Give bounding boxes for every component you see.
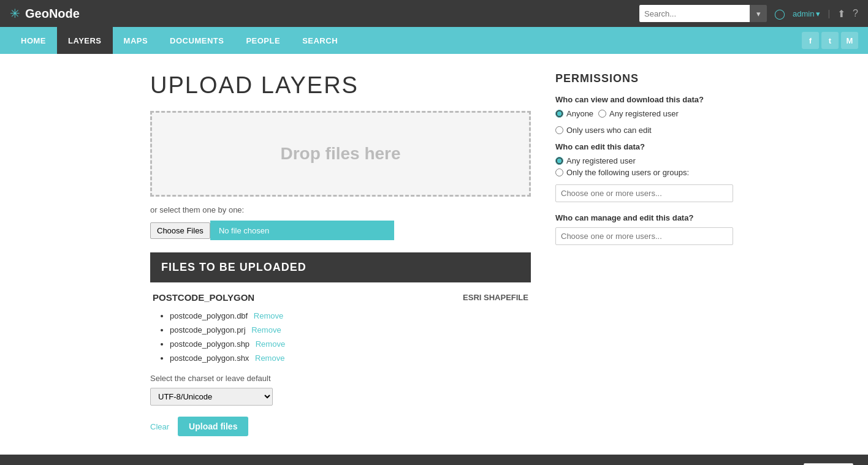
upload-icon[interactable]: ⬆ bbox=[837, 8, 845, 20]
clear-button[interactable]: Clear bbox=[150, 422, 169, 431]
logo-snowflake-icon: ✳ bbox=[10, 6, 20, 21]
left-panel: UPLOAD LAYERS Drop files here or select … bbox=[150, 72, 531, 436]
view-radio-edit[interactable] bbox=[555, 126, 563, 134]
view-radio-registered[interactable] bbox=[598, 110, 606, 118]
nav-social: f t M bbox=[802, 27, 858, 54]
file-input-container: Choose Files No file chosen bbox=[150, 221, 531, 240]
nav-item-people[interactable]: PEOPLE bbox=[235, 27, 291, 54]
help-icon[interactable]: ? bbox=[853, 8, 858, 19]
list-item: postcode_polygon.shx Remove bbox=[170, 353, 531, 363]
nav-item-maps[interactable]: MAPS bbox=[113, 27, 159, 54]
view-option-anyone[interactable]: Anyone bbox=[555, 109, 593, 118]
edit-users-input[interactable] bbox=[555, 184, 733, 202]
upload-button[interactable]: Upload files bbox=[178, 417, 248, 436]
list-item: postcode_polygon.shp Remove bbox=[170, 339, 531, 349]
choose-files-button[interactable]: Choose Files bbox=[150, 222, 210, 239]
file-name-4: postcode_polygon.shx bbox=[170, 353, 249, 363]
edit-option-groups[interactable]: Only the following users or groups: bbox=[555, 168, 733, 177]
nav-links: HOME LAYERS MAPS DOCUMENTS PEOPLE SEARCH bbox=[10, 27, 349, 54]
list-item: postcode_polygon.dbf Remove bbox=[170, 311, 531, 320]
topbar-left: ✳ GeoNode bbox=[10, 6, 80, 21]
search-button[interactable]: ▾ bbox=[750, 5, 767, 22]
view-options-col: Only users who can edit bbox=[555, 126, 733, 135]
remove-file-4[interactable]: Remove bbox=[255, 353, 284, 363]
action-buttons: Clear Upload files bbox=[150, 417, 531, 436]
edit-question: Who can edit this data? bbox=[555, 142, 733, 151]
social-facebook-icon[interactable]: f bbox=[802, 32, 819, 49]
nav-item-home[interactable]: HOME bbox=[10, 27, 57, 54]
list-item: postcode_polygon.prj Remove bbox=[170, 325, 531, 335]
select-line: or select them one by one: bbox=[150, 205, 531, 214]
manage-users-input[interactable] bbox=[555, 227, 733, 245]
search-bar: ▾ bbox=[639, 5, 767, 22]
file-name-2: postcode_polygon.prj bbox=[170, 325, 246, 335]
layer-type: ESRI SHAPEFILE bbox=[463, 293, 528, 302]
edit-radio-registered[interactable] bbox=[555, 157, 563, 165]
file-name-display: No file chosen bbox=[210, 221, 394, 240]
nav-item-documents[interactable]: DOCUMENTS bbox=[159, 27, 235, 54]
manage-question: Who can manage and edit this data? bbox=[555, 213, 733, 222]
edit-option-registered[interactable]: Any registered user bbox=[555, 156, 733, 165]
permissions-title: PERMISSIONS bbox=[555, 72, 733, 85]
footer: Powered by GeoNode version 2.0.dev201309… bbox=[0, 455, 868, 465]
view-option-edit[interactable]: Only users who can edit bbox=[555, 126, 733, 135]
right-panel: PERMISSIONS Who can view and download th… bbox=[555, 72, 733, 436]
file-name-3: postcode_polygon.shp bbox=[170, 339, 249, 349]
view-option-registered[interactable]: Any registered user bbox=[598, 109, 679, 118]
remove-file-2[interactable]: Remove bbox=[251, 325, 281, 335]
admin-button[interactable]: admin ▾ bbox=[793, 9, 820, 18]
topbar-right: ▾ ◯ admin ▾ | ⬆ ? bbox=[639, 5, 858, 22]
search-dropdown-icon: ▾ bbox=[756, 9, 761, 18]
main-content: UPLOAD LAYERS Drop files here or select … bbox=[0, 54, 868, 455]
nav-item-search[interactable]: SEARCH bbox=[291, 27, 349, 54]
edit-radio-groups[interactable] bbox=[555, 168, 563, 176]
files-header: FILES TO BE UPLOADED bbox=[150, 252, 531, 282]
layer-name: POSTCODE_POLYGON bbox=[153, 292, 254, 303]
topbar: ✳ GeoNode ▾ ◯ admin ▾ | ⬆ ? bbox=[0, 0, 868, 27]
charset-select[interactable]: UTF-8/Unicode ISO-8859-1 ASCII bbox=[150, 388, 273, 406]
nav-item-layers[interactable]: LAYERS bbox=[57, 27, 113, 54]
drop-zone-text: Drop files here bbox=[280, 144, 400, 164]
admin-icon: ◯ bbox=[774, 8, 785, 20]
social-other-icon[interactable]: M bbox=[841, 32, 858, 49]
view-options: Anyone Any registered user bbox=[555, 109, 733, 118]
file-name-1: postcode_polygon.dbf bbox=[170, 311, 248, 320]
view-radio-anyone[interactable] bbox=[555, 110, 563, 118]
drop-zone[interactable]: Drop files here bbox=[150, 111, 531, 197]
topbar-divider: | bbox=[828, 9, 830, 18]
social-twitter-icon[interactable]: t bbox=[821, 32, 839, 49]
navbar: HOME LAYERS MAPS DOCUMENTS PEOPLE SEARCH… bbox=[0, 27, 868, 54]
remove-file-3[interactable]: Remove bbox=[256, 339, 285, 349]
layer-info: POSTCODE_POLYGON ESRI SHAPEFILE bbox=[150, 292, 531, 303]
file-list: postcode_polygon.dbf Remove postcode_pol… bbox=[150, 311, 531, 363]
page-title: UPLOAD LAYERS bbox=[150, 72, 531, 99]
charset-label: Select the charset or leave default bbox=[150, 374, 531, 383]
logo-text: GeoNode bbox=[25, 7, 80, 21]
view-question: Who can view and download this data? bbox=[555, 95, 733, 104]
search-input[interactable] bbox=[639, 5, 750, 22]
edit-options: Any registered user Only the following u… bbox=[555, 156, 733, 177]
remove-file-1[interactable]: Remove bbox=[254, 311, 283, 320]
